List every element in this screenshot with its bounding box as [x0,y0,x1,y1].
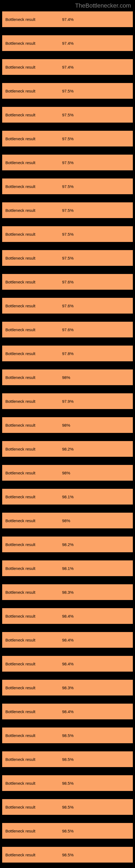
row-value: 98.5% [59,733,130,738]
table-row: Bottleneck result98% [2,369,133,385]
row-value: 97.8% [59,351,130,356]
row-value: 97.5% [59,89,130,93]
table-row: Bottleneck result98.1% [2,560,133,576]
table-row: Bottleneck result97.5% [2,203,133,218]
row-value: 98.4% [59,661,130,666]
row-label: Bottleneck result [5,614,59,618]
table-row: Bottleneck result97.6% [2,298,133,314]
row-value: 97.5% [59,208,130,213]
row-value: 98.4% [59,709,130,714]
row-value: 98.4% [59,638,130,642]
table-row: Bottleneck result98.5% [2,727,133,743]
row-label: Bottleneck result [5,638,59,642]
row-value: 98.5% [59,781,130,785]
row-value: 98.5% [59,852,130,857]
row-label: Bottleneck result [5,447,59,452]
table-row: Bottleneck result98.3% [2,680,133,695]
row-label: Bottleneck result [5,232,59,237]
row-label: Bottleneck result [5,471,59,475]
table-row: Bottleneck result98.1% [2,489,133,504]
row-value: 98.1% [59,495,130,499]
row-value: 97.9% [59,399,130,404]
table-row: Bottleneck result97.5% [2,179,133,194]
table-row: Bottleneck result97.4% [2,59,133,75]
table-row: Bottleneck result98.5% [2,799,133,815]
row-value: 98.5% [59,757,130,762]
table-row: Bottleneck result97.4% [2,35,133,51]
table-row: Bottleneck result97.5% [2,131,133,147]
table-row: Bottleneck result98% [2,465,133,480]
row-value: 98.3% [59,590,130,595]
site-title: TheBottlenecker.com [75,2,131,9]
row-value: 97.6% [59,304,130,308]
row-label: Bottleneck result [5,399,59,404]
row-value: 97.4% [59,65,130,69]
row-value: 98.1% [59,566,130,571]
row-label: Bottleneck result [5,89,59,93]
row-label: Bottleneck result [5,208,59,213]
row-value: 98.5% [59,829,130,833]
table-row: Bottleneck result97.9% [2,393,133,409]
row-value: 97.5% [59,113,130,117]
page-header: TheBottlenecker.com [0,0,135,10]
row-value: 97.6% [59,280,130,284]
table-row: Bottleneck result98.5% [2,751,133,767]
table-row: Bottleneck result97.6% [2,274,133,290]
row-label: Bottleneck result [5,41,59,45]
table-row: Bottleneck result97.4% [2,11,133,27]
table-row: Bottleneck result98.4% [2,656,133,672]
row-label: Bottleneck result [5,423,59,428]
table-row: Bottleneck result97.8% [2,346,133,361]
row-value: 98.2% [59,447,130,452]
row-label: Bottleneck result [5,805,59,809]
table-row: Bottleneck result97.5% [2,226,133,242]
table-row: Bottleneck result97.5% [2,155,133,170]
row-value: 97.5% [59,160,130,165]
table-row: Bottleneck result98.2% [2,536,133,552]
row-label: Bottleneck result [5,160,59,165]
row-value: 97.5% [59,256,130,260]
row-label: Bottleneck result [5,256,59,260]
row-value: 97.4% [59,41,130,45]
table-row: Bottleneck result97.6% [2,322,133,337]
table-row: Bottleneck result98.2% [2,441,133,457]
row-value: 98.5% [59,805,130,809]
row-label: Bottleneck result [5,351,59,356]
row-value: 97.5% [59,136,130,141]
table-row: Bottleneck result97.5% [2,250,133,266]
row-value: 98.3% [59,685,130,690]
table-row: Bottleneck result98.4% [2,632,133,648]
row-label: Bottleneck result [5,757,59,762]
row-label: Bottleneck result [5,566,59,571]
row-label: Bottleneck result [5,495,59,499]
row-label: Bottleneck result [5,542,59,547]
row-value: 98.4% [59,614,130,618]
row-label: Bottleneck result [5,136,59,141]
table-row: Bottleneck result98.4% [2,608,133,624]
row-label: Bottleneck result [5,328,59,332]
row-value: 98% [59,471,130,475]
row-label: Bottleneck result [5,685,59,690]
row-label: Bottleneck result [5,518,59,523]
row-value: 98% [59,423,130,428]
row-label: Bottleneck result [5,829,59,833]
table-row: Bottleneck result98.5% [2,775,133,791]
row-label: Bottleneck result [5,375,59,380]
row-label: Bottleneck result [5,590,59,595]
row-label: Bottleneck result [5,852,59,857]
table-row: Bottleneck result97.5% [2,107,133,123]
row-label: Bottleneck result [5,661,59,666]
row-label: Bottleneck result [5,781,59,785]
row-label: Bottleneck result [5,17,59,22]
row-label: Bottleneck result [5,113,59,117]
row-label: Bottleneck result [5,65,59,69]
row-label: Bottleneck result [5,733,59,738]
table-row: Bottleneck result98.5% [2,847,133,863]
table-row: Bottleneck result98.4% [2,704,133,719]
row-value: 97.6% [59,328,130,332]
row-label: Bottleneck result [5,709,59,714]
row-value: 98% [59,518,130,523]
row-label: Bottleneck result [5,304,59,308]
table-row: Bottleneck result98% [2,417,133,433]
row-value: 98.2% [59,542,130,547]
